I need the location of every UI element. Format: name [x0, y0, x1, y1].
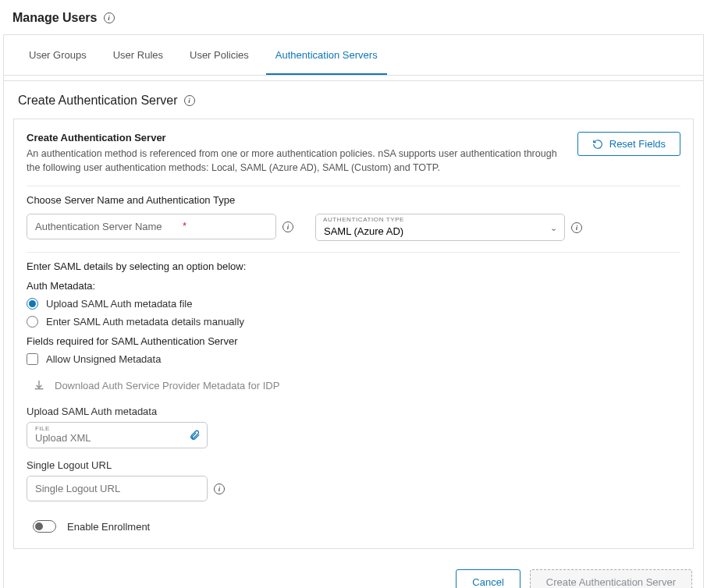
paperclip-icon: [189, 430, 201, 441]
tab-authentication-servers[interactable]: Authentication Servers: [266, 35, 387, 75]
upload-label: Upload SAML Auth metadata: [27, 406, 680, 417]
content-panel: Create Authentication Server i Create Au…: [4, 80, 703, 588]
info-icon[interactable]: i: [214, 484, 225, 494]
radio-manual-label: Enter SAML Auth metadata details manuall…: [46, 316, 244, 328]
file-mini-label: FILE: [35, 425, 199, 432]
radio-upload-input[interactable]: [27, 298, 38, 310]
download-metadata-link[interactable]: Download Auth Service Provider Metadata …: [33, 379, 680, 391]
enable-enrollment-label: Enable Enrollment: [67, 521, 150, 533]
auth-metadata-label: Auth Metadata:: [27, 280, 680, 292]
file-placeholder: Upload XML: [35, 432, 199, 444]
tab-user-groups[interactable]: User Groups: [20, 35, 96, 75]
info-icon[interactable]: i: [571, 222, 582, 233]
info-icon[interactable]: i: [282, 221, 293, 232]
download-icon: [33, 379, 45, 391]
tab-user-policies[interactable]: User Policies: [180, 35, 258, 75]
radio-upload-label: Upload SAML Auth metadata file: [46, 298, 192, 310]
create-auth-server-button[interactable]: Create Authentication Server: [530, 569, 692, 588]
radio-upload-file[interactable]: Upload SAML Auth metadata file: [27, 298, 680, 310]
page-title: Manage Users: [12, 11, 98, 25]
logout-url-input[interactable]: [27, 476, 208, 501]
intro-desc: An authentication method is referenced f…: [27, 147, 562, 175]
download-label: Download Auth Service Provider Metadata …: [55, 380, 279, 391]
main-panel: User Groups User Rules User Policies Aut…: [3, 34, 704, 588]
footer-buttons: Cancel Create Authentication Server: [4, 558, 703, 588]
allow-unsigned-row[interactable]: Allow Unsigned Metadata: [27, 353, 680, 365]
allow-unsigned-label: Allow Unsigned Metadata: [46, 353, 161, 365]
panel-title: Create Authentication Server: [18, 94, 178, 108]
intro-heading: Create Authentication Server: [27, 132, 562, 143]
info-icon[interactable]: i: [104, 12, 115, 23]
file-upload-field[interactable]: FILE Upload XML: [27, 422, 208, 448]
radio-enter-manually[interactable]: Enter SAML Auth metadata details manuall…: [27, 316, 680, 328]
form-card: Create Authentication Server An authenti…: [13, 119, 694, 549]
reset-fields-button[interactable]: Reset Fields: [577, 132, 680, 156]
server-name-input[interactable]: [27, 214, 276, 239]
info-icon[interactable]: i: [184, 95, 195, 106]
reset-label: Reset Fields: [609, 138, 666, 150]
reset-icon: [592, 139, 603, 150]
enable-enrollment-toggle[interactable]: [33, 520, 56, 533]
allow-unsigned-checkbox[interactable]: [27, 353, 38, 365]
required-star: *: [183, 220, 187, 232]
fields-required-label: Fields required for SAML Authentication …: [27, 335, 680, 347]
tab-user-rules[interactable]: User Rules: [104, 35, 172, 75]
saml-instruction: Enter SAML details by selecting an optio…: [27, 260, 680, 272]
tabs-bar: User Groups User Rules User Policies Aut…: [4, 35, 703, 76]
auth-type-minilabel: AUTHENTICATION TYPE: [323, 216, 404, 223]
radio-manual-input[interactable]: [27, 316, 38, 328]
logout-url-label: Single Logout URL: [27, 459, 680, 471]
cancel-button[interactable]: Cancel: [456, 569, 520, 588]
choose-label: Choose Server Name and Authentication Ty…: [27, 194, 680, 206]
